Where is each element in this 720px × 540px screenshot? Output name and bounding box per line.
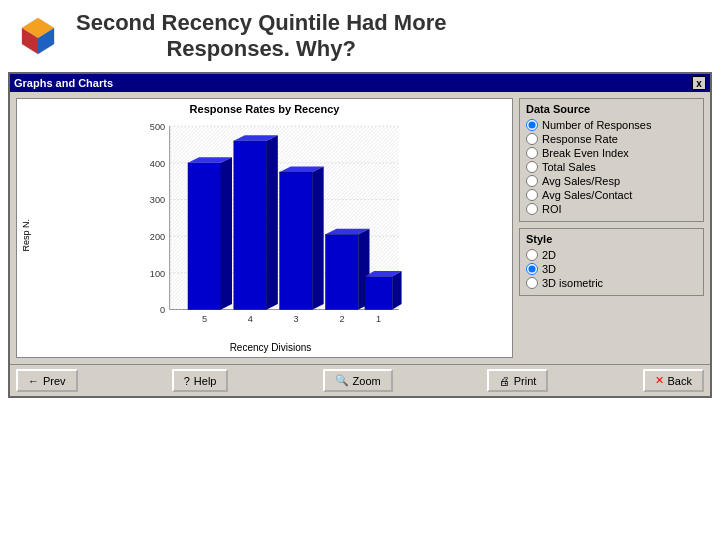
dialog-content: Response Rates by Recency Resp N. — [10, 92, 710, 364]
radio-break-even-index[interactable]: Break Even Index — [526, 147, 697, 159]
radio-avg-sales-contact[interactable]: Avg Sales/Contact — [526, 189, 697, 201]
chart-svg: 500 400 300 200 100 0 — [33, 117, 508, 337]
zoom-button[interactable]: 🔍 Zoom — [323, 369, 393, 392]
print-label: Print — [514, 375, 537, 387]
y-axis-label: Resp N. — [21, 219, 31, 252]
dialog-footer: ← Prev ? Help 🔍 Zoom 🖨 Print ✕ Back — [10, 364, 710, 396]
svg-marker-23 — [267, 135, 278, 309]
header: Second Recency Quintile Had More Respons… — [0, 0, 720, 72]
x-axis-label: Recency Divisions — [33, 342, 508, 353]
dialog-close-button[interactable]: x — [692, 76, 706, 90]
svg-rect-27 — [326, 234, 359, 309]
chart-area: Response Rates by Recency Resp N. — [16, 98, 513, 358]
zoom-icon: 🔍 — [335, 374, 349, 387]
svg-text:300: 300 — [150, 195, 165, 205]
radio-response-rate[interactable]: Response Rate — [526, 133, 697, 145]
radio-3d[interactable]: 3D — [526, 263, 697, 275]
svg-text:100: 100 — [150, 269, 165, 279]
svg-marker-26 — [313, 167, 324, 310]
svg-text:400: 400 — [150, 159, 165, 169]
logo-icon — [16, 14, 60, 58]
dialog-window: Graphs and Charts x Response Rates by Re… — [8, 72, 712, 398]
radio-avg-sales-resp[interactable]: Avg Sales/Resp — [526, 175, 697, 187]
dialog-titlebar: Graphs and Charts x — [10, 74, 710, 92]
radio-number-of-responses[interactable]: Number of Responses — [526, 119, 697, 131]
radio-roi[interactable]: ROI — [526, 203, 697, 215]
style-title: Style — [526, 233, 697, 245]
chart-body: 500 400 300 200 100 0 — [33, 117, 508, 353]
svg-marker-20 — [221, 157, 232, 309]
back-button[interactable]: ✕ Back — [643, 369, 704, 392]
svg-text:2: 2 — [339, 314, 344, 324]
chart-title: Response Rates by Recency — [21, 103, 508, 115]
back-label: Back — [668, 375, 692, 387]
prev-icon: ← — [28, 375, 39, 387]
svg-text:200: 200 — [150, 232, 165, 242]
data-source-group: Data Source Number of Responses Response… — [519, 98, 704, 222]
help-icon: ? — [184, 375, 190, 387]
svg-rect-24 — [280, 172, 313, 310]
dialog-title: Graphs and Charts — [14, 77, 113, 89]
back-icon: ✕ — [655, 374, 664, 387]
style-group: Style 2D 3D 3D isometric — [519, 228, 704, 296]
chart-inner: Resp N. — [21, 117, 508, 353]
prev-button[interactable]: ← Prev — [16, 369, 78, 392]
radio-3d-isometric[interactable]: 3D isometric — [526, 277, 697, 289]
radio-total-sales[interactable]: Total Sales — [526, 161, 697, 173]
zoom-label: Zoom — [353, 375, 381, 387]
svg-text:500: 500 — [150, 122, 165, 132]
svg-rect-30 — [365, 277, 393, 310]
print-icon: 🖨 — [499, 375, 510, 387]
data-source-title: Data Source — [526, 103, 697, 115]
help-label: Help — [194, 375, 217, 387]
svg-text:1: 1 — [376, 314, 381, 324]
svg-rect-18 — [188, 163, 221, 310]
svg-text:4: 4 — [248, 314, 253, 324]
prev-label: Prev — [43, 375, 66, 387]
svg-text:3: 3 — [294, 314, 299, 324]
page-title: Second Recency Quintile Had More Respons… — [76, 10, 446, 63]
svg-marker-32 — [392, 271, 401, 310]
svg-text:5: 5 — [202, 314, 207, 324]
svg-rect-21 — [234, 141, 267, 310]
right-panel: Data Source Number of Responses Response… — [519, 98, 704, 358]
help-button[interactable]: ? Help — [172, 369, 229, 392]
svg-text:0: 0 — [160, 305, 165, 315]
radio-2d[interactable]: 2D — [526, 249, 697, 261]
print-button[interactable]: 🖨 Print — [487, 369, 549, 392]
